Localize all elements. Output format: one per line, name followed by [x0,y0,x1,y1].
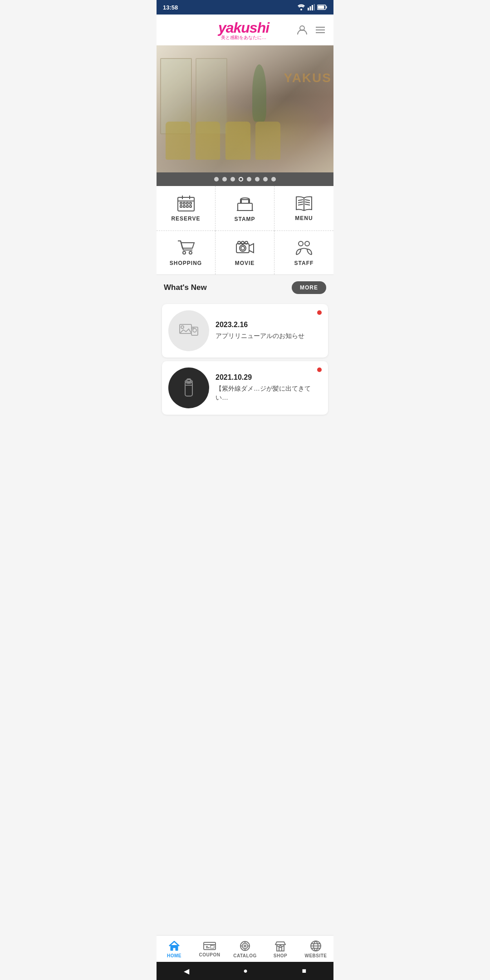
svg-point-41 [238,241,240,244]
user-icon[interactable] [296,24,308,36]
svg-point-42 [241,241,244,244]
shopping-label: SHOPPING [170,260,202,266]
svg-point-47 [181,326,184,328]
dot-1[interactable] [214,177,219,181]
more-button[interactable]: MORE [292,281,326,294]
movie-label: MOVIE [235,260,255,266]
news-date-2: 2021.10.29 [216,373,322,382]
grid-item-menu[interactable]: MENU [274,186,333,231]
hero-dots [157,172,333,186]
news-text-2: 【紫外線ダメ…ジが髪に出てきてい… [216,384,322,402]
dot-2[interactable] [222,177,227,181]
svg-rect-22 [180,206,182,207]
news-card-2[interactable]: 2021.10.29 【紫外線ダメ…ジが髪に出てきてい… [162,361,328,415]
grid-item-reserve[interactable]: RESERVE [157,186,216,231]
svg-point-45 [305,241,309,246]
svg-rect-7 [326,6,327,9]
menu-label: MENU [295,215,313,221]
svg-point-50 [192,327,194,329]
stamp-icon [237,194,253,212]
svg-rect-24 [186,206,188,207]
grid-item-staff[interactable]: STAFF [274,231,333,274]
svg-rect-23 [183,206,185,207]
status-icons [297,4,327,10]
svg-rect-19 [183,202,185,204]
battery-icon [317,5,327,10]
hamburger-icon[interactable] [314,24,326,36]
cart-icon [177,239,195,256]
svg-rect-20 [186,202,188,204]
grid-item-stamp[interactable]: STAMP [216,186,274,231]
svg-point-40 [241,246,245,250]
reserve-label: RESERVE [171,216,200,222]
status-time: 13:58 [163,4,178,11]
whats-new-title: What's New [164,283,207,292]
news-thumb-1 [168,310,209,351]
whats-new-header: What's New MORE [157,275,333,300]
news-card-1[interactable]: 2023.2.16 アプリリニューアルのお知らせ [162,304,328,358]
news-content-1: 2023.2.16 アプリリニューアルのお知らせ [216,321,322,341]
news-content-2: 2021.10.29 【紫外線ダメ…ジが髪に出てきてい… [216,373,322,402]
news-unread-dot-1 [317,310,322,315]
svg-line-35 [305,204,310,205]
stamp-label: STAMP [234,216,255,222]
svg-point-37 [189,251,192,254]
logo: yakushi 美と感動をあなたに… [191,20,296,41]
svg-rect-27 [241,200,249,203]
dot-5[interactable] [247,177,251,181]
dot-3[interactable] [230,177,235,181]
logo-text: yakushi [191,20,296,36]
news-date-1: 2023.2.16 [216,321,322,329]
book-icon [294,195,314,211]
movie-icon [235,239,255,256]
news-thumb-2 [168,368,209,408]
news-unread-dot-2 [317,368,322,372]
svg-rect-6 [318,6,324,9]
signal-icon [308,4,315,10]
status-bar: 13:58 [157,0,333,15]
svg-rect-3 [312,5,313,10]
dot-8[interactable] [271,177,276,181]
svg-line-34 [305,202,310,203]
grid-menu: RESERVE STAMP [157,186,333,275]
svg-rect-21 [190,202,191,204]
calendar-icon [177,195,195,212]
news-image-icon-1 [179,323,199,339]
svg-rect-1 [308,8,309,10]
svg-rect-25 [190,206,191,207]
svg-point-44 [299,241,303,246]
dot-6[interactable] [255,177,260,181]
svg-line-33 [305,200,310,201]
wifi-icon [297,4,305,10]
svg-point-0 [300,9,302,10]
news-text-1: アプリリニューアルのお知らせ [216,332,322,341]
svg-rect-18 [180,202,182,204]
logo-sub: 美と感動をあなたに… [191,34,296,41]
staff-icon [294,239,314,256]
svg-point-36 [183,251,186,254]
svg-rect-26 [238,203,252,211]
header: yakushi 美と感動をあなたに… [157,15,333,45]
grid-item-movie[interactable]: MOVIE [216,231,274,274]
news-image-icon-2 [181,378,197,398]
salon-sign: YAKUS [284,71,333,85]
svg-line-31 [298,202,303,203]
header-icons [296,24,326,36]
svg-rect-4 [314,4,315,10]
svg-line-32 [298,204,303,205]
dot-4-active[interactable] [239,177,243,181]
svg-rect-2 [310,6,311,10]
svg-point-43 [245,241,248,244]
hero-banner[interactable]: YAKUS [157,45,333,172]
svg-line-30 [298,200,303,201]
staff-label: STAFF [294,260,314,266]
dot-7[interactable] [263,177,268,181]
grid-item-shopping[interactable]: SHOPPING [157,231,216,274]
